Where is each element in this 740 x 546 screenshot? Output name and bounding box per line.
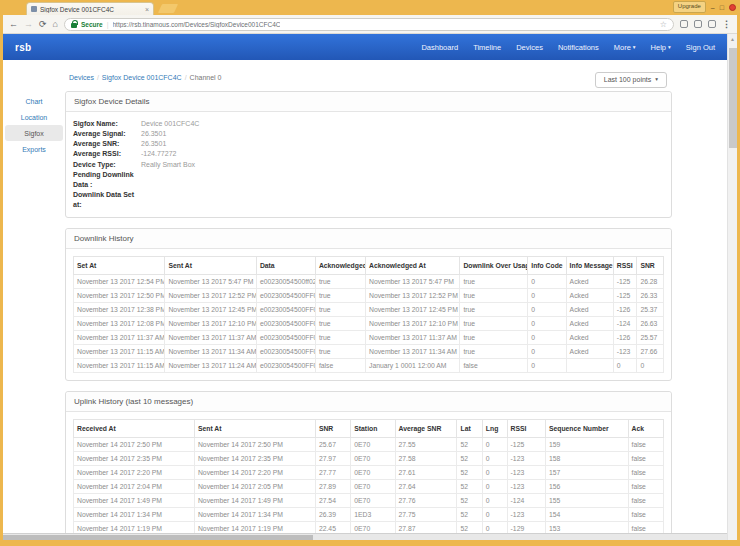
table-cell: 0 (528, 317, 566, 331)
sidebar-item-location[interactable]: Location (5, 109, 63, 125)
table-row: November 13 2017 11:15 AMNovember 13 201… (74, 359, 664, 373)
detail-field: Pending Downlink Data : (73, 170, 664, 190)
table-cell: -125 (613, 289, 637, 303)
sidebar-item-chart[interactable]: Chart (5, 93, 63, 109)
back-icon[interactable]: ← (9, 20, 18, 29)
address-bar[interactable]: Secure | https://rsb.tinamous.com/Device… (64, 18, 674, 31)
page-content: Devices/Sigfox Device 001CFC4C/Channel 0… (3, 60, 727, 533)
detail-label: Downlink Data Set at: (73, 190, 137, 210)
table-cell: 25.57 (637, 331, 664, 345)
table-cell: 27.89 (315, 480, 350, 494)
table-cell: false (628, 452, 663, 466)
brand-logo[interactable]: rsb (15, 42, 31, 53)
omnibox-separator: | (107, 21, 109, 28)
sidebar-item-exports[interactable]: Exports (5, 141, 63, 157)
nav-item-notifications[interactable]: Notifications (558, 43, 599, 52)
forward-icon[interactable]: → (24, 20, 33, 29)
table-cell: November 14 2017 1:19 PM (194, 522, 315, 533)
extension-icon[interactable] (680, 20, 688, 28)
table-cell: true (315, 303, 365, 317)
table-cell: November 14 2017 2:35 PM (74, 452, 195, 466)
nav-item-more-label: More (614, 43, 631, 52)
table-cell: e00230054500ff02 (256, 275, 315, 289)
table-cell: -123 (507, 508, 545, 522)
table-cell: 52 (457, 508, 482, 522)
tab-close-icon[interactable]: × (145, 6, 149, 13)
table-cell: -123 (507, 466, 545, 480)
tab-strip: Sigfox Device 001CFC4C × Upgrade – □ (0, 0, 740, 15)
bookmark-star-icon[interactable]: ☆ (660, 20, 667, 29)
column-header: Lat (457, 420, 482, 438)
detail-label: Average RSSI: (73, 149, 137, 159)
nav-item-more[interactable]: More▾ (614, 43, 636, 52)
device-details-body: Sigfox Name:Device 001CFC4C Average Sign… (66, 112, 671, 217)
table-cell: -126 (613, 331, 637, 345)
detail-value: 26.3501 (137, 139, 166, 149)
breadcrumb-devices[interactable]: Devices (69, 74, 94, 81)
column-header: RSSI (507, 420, 545, 438)
scroll-up-icon[interactable]: ▲ (728, 34, 737, 42)
table-row: November 13 2017 12:50 PMNovember 13 201… (74, 289, 664, 303)
table-cell: 27.97 (315, 452, 350, 466)
detail-field: Device Type:Really Smart Box (73, 160, 664, 170)
refresh-icon[interactable]: ⟳ (39, 20, 47, 29)
browser-menu-icon[interactable]: ⋮ (722, 19, 731, 29)
browser-tab[interactable]: Sigfox Device 001CFC4C × (26, 2, 154, 15)
table-cell: November 13 2017 5:47 PM (366, 275, 460, 289)
table-cell: 26.63 (637, 317, 664, 331)
table-cell: 25.37 (637, 303, 664, 317)
table-cell: November 14 2017 2:50 PM (74, 438, 195, 452)
table-row: November 14 2017 1:19 PMNovember 14 2017… (74, 522, 664, 533)
nav-item-dashboard[interactable]: Dashboard (421, 43, 458, 52)
chevron-down-icon: ▾ (633, 44, 636, 50)
table-cell: November 14 2017 2:35 PM (194, 452, 315, 466)
horizontal-scrollbar[interactable] (3, 533, 727, 540)
sidebar-item-sigfox[interactable]: Sigfox (5, 125, 63, 141)
minimize-icon[interactable]: – (711, 4, 715, 11)
column-header: Average SNR (395, 420, 457, 438)
table-cell: 0 (528, 345, 566, 359)
vertical-scrollbar[interactable]: ▲ (727, 34, 737, 540)
table-cell: -124 (507, 494, 545, 508)
table-cell: November 13 2017 11:15 AM (74, 359, 165, 373)
table-cell: November 13 2017 12:50 PM (74, 289, 165, 303)
layout: Chart Location Sigfox Exports Sigfox Dev… (3, 91, 727, 533)
scrollbar-thumb[interactable] (729, 48, 737, 148)
padlock-icon (71, 20, 77, 28)
new-tab-button[interactable] (158, 4, 178, 13)
table-cell: 52 (457, 466, 482, 480)
table-cell: -124 (613, 317, 637, 331)
table-cell: e00230054500FF02 (256, 359, 315, 373)
table-cell: November 13 2017 11:37 AM (165, 331, 256, 345)
breadcrumb-device[interactable]: Sigfox Device 001CFC4C (102, 74, 182, 81)
table-cell: 27.87 (395, 522, 457, 533)
nav-item-sign-out[interactable]: Sign Out (686, 43, 715, 52)
breadcrumb-separator: / (185, 74, 187, 81)
detail-field: Downlink Data Set at: (73, 190, 664, 210)
nav-item-timeline[interactable]: Timeline (473, 43, 501, 52)
table-cell: Acked (566, 275, 613, 289)
table-cell: 52 (457, 452, 482, 466)
table-cell: 0 (482, 452, 507, 466)
uplink-history-body: Received AtSent AtSNRStationAverage SNRL… (66, 412, 671, 533)
table-cell: Acked (566, 303, 613, 317)
extension-icon[interactable] (708, 20, 716, 28)
downlink-history-table: Set AtSent AtDataAcknowledgedAcknowledge… (73, 256, 664, 373)
table-cell: 0E70 (351, 466, 395, 480)
points-dropdown-button[interactable]: Last 100 points ▾ (595, 72, 667, 88)
panel-title: Sigfox Device Details (66, 92, 671, 112)
nav-item-help[interactable]: Help▾ (651, 43, 671, 52)
nav-item-devices[interactable]: Devices (516, 43, 543, 52)
table-cell: November 13 2017 12:08 PM (74, 317, 165, 331)
table-cell: 27.54 (315, 494, 350, 508)
table-cell: true (460, 303, 528, 317)
table-cell: November 14 2017 2:20 PM (74, 466, 195, 480)
scrollbar-thumb[interactable] (3, 535, 313, 540)
home-icon[interactable]: ⌂ (53, 20, 58, 29)
table-cell: true (460, 289, 528, 303)
maximize-icon[interactable]: □ (720, 4, 724, 11)
table-cell: November 14 2017 1:19 PM (74, 522, 195, 533)
upgrade-button[interactable]: Upgrade (673, 1, 706, 12)
url-text[interactable]: https://rsb.tinamous.com/Devices/SigfoxD… (113, 21, 281, 28)
extension-icon[interactable] (694, 20, 702, 28)
